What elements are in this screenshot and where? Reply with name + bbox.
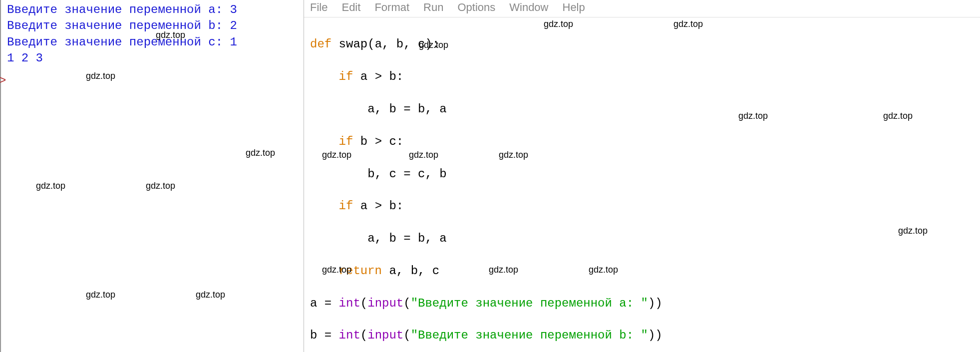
menu-options[interactable]: Options [457,1,495,14]
menu-run[interactable]: Run [423,1,443,14]
menu-help[interactable]: Help [563,1,585,14]
menu-edit[interactable]: Edit [341,1,360,14]
code-line: if b > c: [310,134,974,150]
shell-line: Введите значение переменной c: 1 [7,34,304,50]
menubar: File Edit Format Run Options Window Help [304,0,980,17]
editor-pane: File Edit Format Run Options Window Help… [304,0,980,352]
shell-pane: Введите значение переменной a: 3 Введите… [0,0,304,352]
menu-file[interactable]: File [310,1,327,14]
code-line: return a, b, c [310,263,974,279]
code-line: b = int(input("Введите значение переменн… [310,328,974,344]
code-line: b, c = c, b [310,166,974,182]
prompt-icon: > [0,74,6,87]
shell-line: Введите значение переменной a: 3 [7,2,304,18]
code-editor[interactable]: def swap(a, b, c): if a > b: a, b = b, a… [304,17,980,352]
code-line: if a > b: [310,69,974,85]
code-line: a = int(input("Введите значение переменн… [310,296,974,312]
code-line: a, b = b, a [310,101,974,117]
code-line: if a > b: [310,198,974,214]
watermark: gdz.top [246,148,275,158]
watermark: gdz.top [86,290,115,300]
code-line: a, b = b, a [310,231,974,247]
code-line: def swap(a, b, c): [310,36,974,52]
watermark: gdz.top [36,181,65,191]
menu-format[interactable]: Format [374,1,409,14]
menu-window[interactable]: Window [509,1,548,14]
watermark: gdz.top [146,181,175,191]
watermark: gdz.top [196,290,225,300]
shell-line: Введите значение переменной b: 2 [7,18,304,34]
watermark: gdz.top [86,71,115,81]
shell-line: 1 2 3 [7,50,304,66]
